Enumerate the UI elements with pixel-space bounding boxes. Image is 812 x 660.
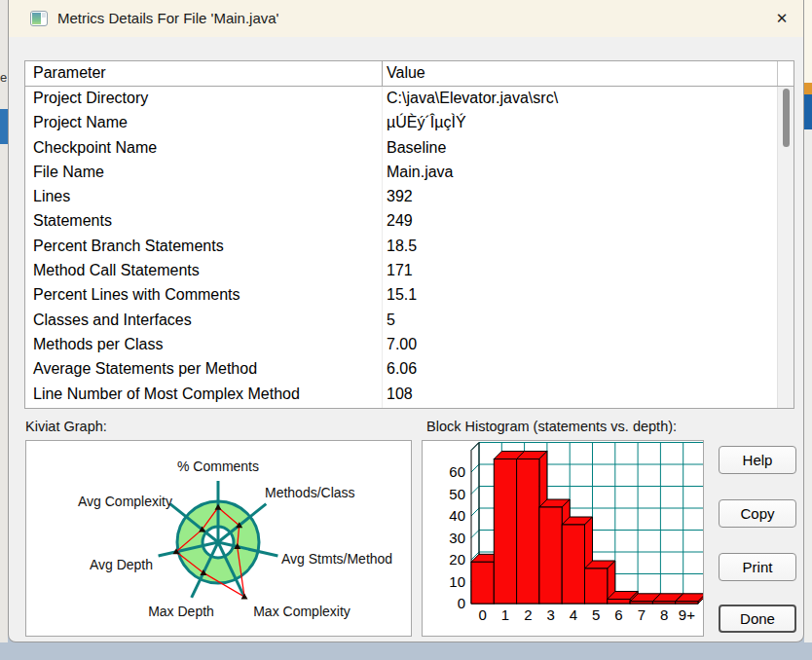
svg-text:30: 30 xyxy=(449,530,465,546)
cell-parameter: Statements xyxy=(33,212,112,230)
svg-text:1: 1 xyxy=(501,606,509,623)
cell-parameter: Line Number of Most Complex Method xyxy=(33,385,300,403)
cell-value: Baseline xyxy=(387,139,446,157)
histogram-label: Block Histogram (statements vs. depth): xyxy=(426,419,677,434)
background-blue-strip xyxy=(804,94,812,129)
svg-text:2: 2 xyxy=(524,606,532,623)
cell-value: µÚÈý´ÎµçÌÝ xyxy=(387,114,466,131)
svg-text:7: 7 xyxy=(638,606,646,623)
table-row[interactable]: Percent Branch Statements18.5 xyxy=(25,236,776,260)
cell-parameter: Project Directory xyxy=(33,90,148,107)
column-header-value[interactable]: Value xyxy=(387,64,425,82)
background-selection-strip xyxy=(0,109,8,144)
table-row[interactable]: Project DirectoryC:\java\Elevator.java\s… xyxy=(25,88,776,112)
app-window-icon xyxy=(30,11,48,26)
table-scrollbar[interactable] xyxy=(777,87,794,408)
svg-text:0: 0 xyxy=(458,595,465,611)
background-titlebar-sliver xyxy=(804,0,812,83)
svg-text:4: 4 xyxy=(570,606,577,623)
kiviat-axis-label-comments: % Comments xyxy=(177,458,259,474)
cell-parameter: Percent Branch Statements xyxy=(33,238,224,255)
kiviat-axis-label-max-complexity: Max Complexity xyxy=(253,604,351,619)
kiviat-graph-label: Kiviat Graph: xyxy=(25,419,107,434)
cell-value: Main.java xyxy=(387,164,453,181)
metrics-details-dialog: Metrics Details For File 'Main.java' ✕ P… xyxy=(8,0,804,642)
copy-button[interactable]: Copy xyxy=(719,499,796,528)
cell-value: 171 xyxy=(387,262,413,279)
cell-parameter: Percent Lines with Comments xyxy=(33,286,240,304)
table-row[interactable]: Average Statements per Method6.06 xyxy=(25,358,776,383)
svg-text:0: 0 xyxy=(478,606,486,623)
cell-value: 15.1 xyxy=(387,286,417,304)
scrollbar-thumb[interactable] xyxy=(783,89,790,147)
title-bar[interactable]: Metrics Details For File 'Main.java' ✕ xyxy=(9,0,803,37)
svg-text:5: 5 xyxy=(592,606,600,623)
svg-text:40: 40 xyxy=(449,507,465,524)
table-row[interactable]: Classes and Interfaces5 xyxy=(25,310,776,334)
cell-parameter: Checkpoint Name xyxy=(33,139,157,157)
metrics-table: Parameter Value Project DirectoryC:\java… xyxy=(24,60,794,409)
table-row[interactable]: Percent Lines with Comments15.1 xyxy=(25,284,776,309)
block-histogram: 01020304050600123456789+ xyxy=(422,440,704,637)
table-row[interactable]: Line Number of Most Complex Method108 xyxy=(25,384,776,408)
svg-text:10: 10 xyxy=(449,573,465,590)
table-row[interactable]: Statements249 xyxy=(25,210,776,235)
cell-value: 392 xyxy=(387,188,413,205)
cell-value: 6.06 xyxy=(387,360,417,378)
svg-text:6: 6 xyxy=(614,606,622,623)
kiviat-axis-label-avg-complexity: Avg Complexity xyxy=(78,494,172,509)
svg-text:3: 3 xyxy=(546,606,554,623)
help-button[interactable]: Help xyxy=(719,446,796,474)
cell-value: C:\java\Elevator.java\src\ xyxy=(387,90,558,107)
kiviat-axis-label-max-depth: Max Depth xyxy=(148,604,214,619)
svg-text:60: 60 xyxy=(449,463,465,480)
background-orange-marker xyxy=(804,83,812,94)
table-row[interactable]: Project NameµÚÈý´ÎµçÌÝ xyxy=(25,112,776,136)
kiviat-axis-label-avg-depth: Avg Depth xyxy=(90,557,153,572)
table-row[interactable]: Lines392 xyxy=(25,186,776,210)
cell-value: 18.5 xyxy=(387,238,417,255)
kiviat-axis-label-avg-stmts: Avg Stmts/Method xyxy=(281,551,392,567)
cell-value: 108 xyxy=(387,385,413,403)
table-row[interactable]: Method Call Statements171 xyxy=(25,260,776,284)
cell-parameter: Average Statements per Method xyxy=(33,360,257,378)
cell-value: 7.00 xyxy=(387,336,417,353)
close-icon[interactable]: ✕ xyxy=(771,8,793,29)
kiviat-graph: % Comments Methods/Class Avg Stmts/Metho… xyxy=(25,440,412,637)
svg-text:50: 50 xyxy=(449,486,465,502)
app-icon-pane-right xyxy=(42,13,46,18)
screen: e Metrics Details For File 'Main.java' ✕… xyxy=(0,0,812,660)
header-divider-right[interactable] xyxy=(777,61,778,86)
background-window-left: e xyxy=(0,0,8,642)
table-header[interactable]: Parameter Value xyxy=(25,61,794,87)
background-text-fragment: e xyxy=(0,70,7,85)
histogram-bar-chart: 01020304050600123456789+ xyxy=(423,441,703,636)
done-button[interactable]: Done xyxy=(719,605,796,633)
svg-text:20: 20 xyxy=(449,551,465,568)
kiviat-axis-label-methods-class: Methods/Class xyxy=(265,485,355,500)
header-divider[interactable] xyxy=(382,61,383,86)
svg-text:8: 8 xyxy=(660,606,668,623)
cell-value: 249 xyxy=(387,212,413,230)
table-row[interactable]: File NameMain.java xyxy=(25,162,776,186)
background-window-right xyxy=(804,0,812,642)
print-button[interactable]: Print xyxy=(719,553,796,581)
cell-value: 5 xyxy=(387,312,395,329)
cell-parameter: Methods per Class xyxy=(33,336,163,353)
app-icon-pane-left xyxy=(32,13,41,24)
dialog-title: Metrics Details For File 'Main.java' xyxy=(57,10,278,26)
table-row[interactable]: Methods per Class7.00 xyxy=(25,334,776,358)
table-body: Project DirectoryC:\java\Elevator.java\s… xyxy=(25,88,776,408)
svg-text:9+: 9+ xyxy=(679,606,695,623)
cell-parameter: Lines xyxy=(33,188,70,205)
column-header-parameter[interactable]: Parameter xyxy=(33,64,106,82)
cell-parameter: Classes and Interfaces xyxy=(33,312,192,329)
cell-parameter: Method Call Statements xyxy=(33,262,200,279)
table-row[interactable]: Checkpoint NameBaseline xyxy=(25,137,776,162)
cell-parameter: Project Name xyxy=(33,114,128,131)
cell-parameter: File Name xyxy=(33,164,104,181)
